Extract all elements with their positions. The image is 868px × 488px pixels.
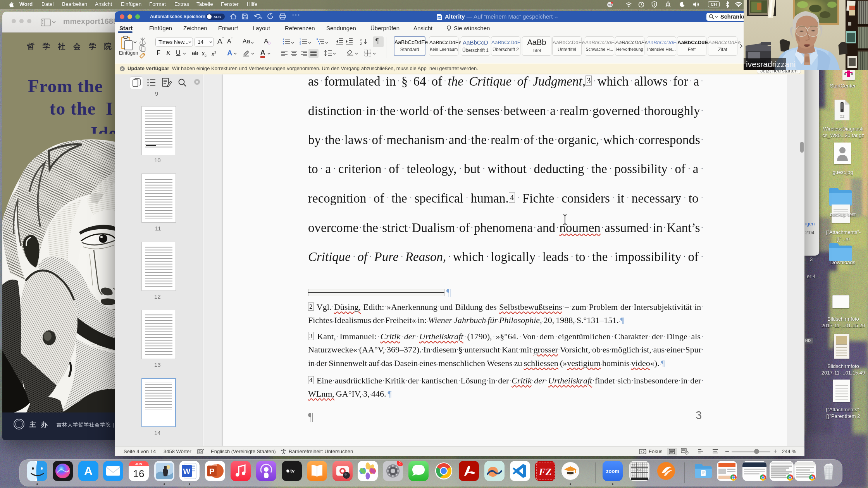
svg-text:JUN: JUN [135,462,142,466]
svg-text:8 2 4: 8 2 4 [632,474,637,477]
svg-text:FZ: FZ [538,466,551,478]
svg-text:zoom: zoom [606,468,619,474]
svg-text:16: 16 [133,468,145,479]
svg-text:A: A [84,464,93,477]
svg-text:Ex: Ex [198,450,203,454]
svg-text:A: A [360,38,362,42]
svg-text:3: 3 [300,43,301,45]
svg-text:!: ! [644,2,644,4]
svg-text:6 1 9: 6 1 9 [637,469,641,471]
svg-text:P: P [209,467,214,476]
svg-text:W: W [183,467,191,476]
svg-text:5 3 7: 5 3 7 [632,464,637,466]
svg-text:W: W [438,16,441,19]
svg-text:tv: tv [290,468,295,474]
svg-text:GZ: GZ [840,115,845,119]
svg-text:Z: Z [360,42,362,45]
